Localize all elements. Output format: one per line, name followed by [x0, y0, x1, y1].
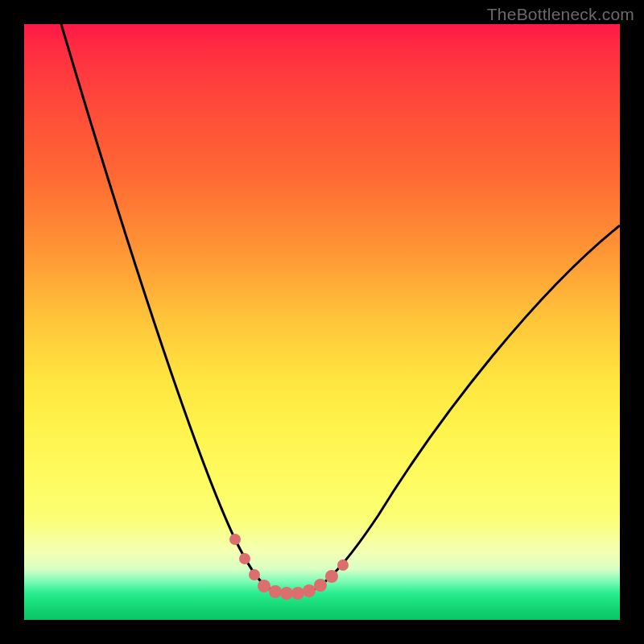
chart-frame: TheBottleneck.com [0, 0, 644, 644]
curve-path [61, 24, 620, 592]
svg-point-1 [239, 553, 250, 564]
svg-point-8 [314, 579, 327, 592]
bottleneck-curve [24, 24, 620, 620]
svg-point-4 [269, 585, 282, 598]
svg-point-9 [325, 570, 338, 583]
svg-point-10 [337, 559, 349, 571]
svg-point-5 [280, 587, 293, 600]
svg-point-0 [229, 534, 241, 545]
watermark-text: TheBottleneck.com [487, 5, 634, 24]
svg-point-6 [291, 587, 304, 600]
valley-markers [229, 534, 349, 600]
svg-point-7 [303, 584, 316, 597]
svg-point-2 [249, 569, 260, 580]
svg-point-3 [258, 580, 270, 592]
